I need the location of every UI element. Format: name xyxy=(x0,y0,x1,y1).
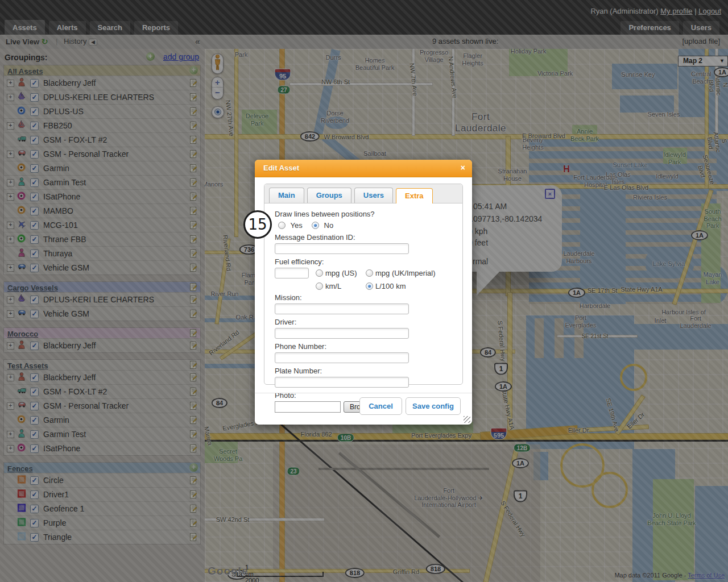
asset-visibility-checkbox[interactable]: ✓ xyxy=(30,342,39,350)
asset-edit-icon[interactable] xyxy=(189,401,198,413)
expand-icon[interactable]: + xyxy=(7,310,14,318)
expand-icon[interactable]: + xyxy=(7,94,14,101)
tab-alerts[interactable]: Alerts xyxy=(49,21,86,35)
expand-icon[interactable]: + xyxy=(7,122,14,130)
asset-visibility-checkbox[interactable]: ✓ xyxy=(30,178,39,187)
asset-row[interactable]: ✓Circle xyxy=(4,473,200,487)
asset-row[interactable]: +✓FBB250 xyxy=(4,118,200,132)
asset-row[interactable]: +✓Garmin Test xyxy=(4,175,200,189)
asset-visibility-checkbox[interactable]: ✓ xyxy=(30,402,39,410)
asset-edit-icon[interactable] xyxy=(189,149,198,161)
asset-row[interactable]: +✓MCG-101 xyxy=(4,218,200,232)
fuel-kml-radio[interactable] xyxy=(316,282,323,290)
fuel-mpg-uk-radio[interactable] xyxy=(366,269,373,277)
asset-edit-icon[interactable] xyxy=(189,490,198,501)
dialog-tab-extra[interactable]: Extra xyxy=(396,188,433,203)
expand-icon[interactable]: + xyxy=(7,342,14,350)
asset-visibility-checkbox[interactable]: ✓ xyxy=(30,519,39,527)
draw-lines-yes-radio[interactable] xyxy=(278,222,286,229)
asset-edit-icon[interactable] xyxy=(189,206,198,218)
asset-edit-icon[interactable] xyxy=(189,476,198,487)
asset-edit-icon[interactable] xyxy=(189,373,198,384)
asset-visibility-checkbox[interactable]: ✓ xyxy=(30,476,39,485)
asset-edit-icon[interactable] xyxy=(189,93,198,104)
tab-search[interactable]: Search xyxy=(90,21,130,35)
asset-visibility-checkbox[interactable]: ✓ xyxy=(30,533,39,542)
asset-edit-icon[interactable] xyxy=(189,504,198,516)
asset-visibility-checkbox[interactable]: ✓ xyxy=(30,388,39,396)
asset-edit-icon[interactable] xyxy=(189,135,198,147)
asset-row[interactable]: ✓MAMBO xyxy=(4,203,200,218)
dialog-header[interactable]: Edit Asset × xyxy=(255,160,472,177)
asset-edit-icon[interactable] xyxy=(189,178,198,189)
asset-row[interactable]: +✓GSM - Personal Tracker xyxy=(4,398,200,413)
refresh-icon[interactable]: ↻ xyxy=(42,37,48,46)
asset-visibility-checkbox[interactable]: ✓ xyxy=(30,164,39,173)
expand-icon[interactable]: + xyxy=(7,80,14,87)
asset-row[interactable]: ✓Driver1 xyxy=(4,487,200,501)
asset-edit-icon[interactable] xyxy=(189,121,198,132)
asset-edit-icon[interactable] xyxy=(189,415,198,427)
asset-row[interactable]: +✓Vehicle GSM xyxy=(4,260,200,275)
asset-row[interactable]: +✓Blackberry Jeff xyxy=(4,370,200,384)
group-title[interactable]: Morocco xyxy=(7,330,38,338)
expand-icon[interactable]: + xyxy=(7,222,14,229)
fuel-mpg-us-radio[interactable] xyxy=(316,269,323,277)
map-zoom-control[interactable]: + − xyxy=(212,77,224,99)
asset-row[interactable]: ✓Geofence 1 xyxy=(4,501,200,516)
asset-row[interactable]: ✓Garmin xyxy=(4,161,200,175)
asset-row[interactable]: +✓Vehicle GSM xyxy=(4,306,200,321)
expand-icon[interactable]: + xyxy=(7,236,14,243)
expand-icon[interactable]: + xyxy=(7,193,14,201)
asset-row[interactable]: +✓Garmin Test xyxy=(4,427,200,441)
asset-visibility-checkbox[interactable]: ✓ xyxy=(30,221,39,230)
asset-visibility-checkbox[interactable]: ✓ xyxy=(30,107,39,116)
dialog-resize-handle[interactable] xyxy=(464,416,470,423)
asset-edit-icon[interactable] xyxy=(189,221,198,232)
asset-edit-icon[interactable] xyxy=(189,518,198,530)
group-title[interactable]: All Assets xyxy=(7,67,43,76)
asset-visibility-checkbox[interactable]: ✓ xyxy=(30,264,39,272)
my-profile-link[interactable]: My profile xyxy=(660,7,692,15)
asset-row[interactable]: ✓Thuraya xyxy=(4,246,200,260)
bubble-close-icon[interactable]: × xyxy=(545,189,555,199)
tab-preferences[interactable]: Preferences xyxy=(621,21,679,35)
group-add-icon[interactable]: + xyxy=(189,463,198,472)
asset-row[interactable]: +✓Thrane FBB xyxy=(4,232,200,246)
asset-visibility-checkbox[interactable]: ✓ xyxy=(30,93,39,102)
save-config-button[interactable]: Save config xyxy=(406,397,461,415)
draw-lines-no-radio[interactable] xyxy=(312,222,319,229)
map-type-selector[interactable]: Map 2 ▼ xyxy=(678,56,728,66)
fuel-l100-radio[interactable] xyxy=(366,282,373,290)
asset-row[interactable]: +✓Blackberry Jeff xyxy=(4,76,200,90)
asset-edit-icon[interactable] xyxy=(189,430,198,441)
expand-icon[interactable]: + xyxy=(7,374,14,381)
asset-row[interactable]: ✓GSM - FOX-LT #2 xyxy=(4,132,200,147)
asset-row[interactable]: ✓GSM - FOX-LT #2 xyxy=(4,384,200,398)
sidebar-collapse-button[interactable]: « xyxy=(195,36,200,46)
asset-visibility-checkbox[interactable]: ✓ xyxy=(30,150,39,159)
expand-icon[interactable]: + xyxy=(7,264,14,272)
group-title[interactable]: Fences xyxy=(7,464,33,473)
asset-visibility-checkbox[interactable]: ✓ xyxy=(30,122,39,130)
tab-assets[interactable]: Assets xyxy=(5,20,45,35)
mission-input[interactable] xyxy=(275,304,409,314)
message-dest-input[interactable] xyxy=(275,243,409,254)
asset-visibility-checkbox[interactable]: ✓ xyxy=(30,296,39,304)
asset-row[interactable]: +✓ISatPhone xyxy=(4,441,200,455)
expand-icon[interactable]: + xyxy=(7,296,14,304)
phone-number-input[interactable] xyxy=(275,352,409,363)
asset-visibility-checkbox[interactable]: ✓ xyxy=(30,505,39,513)
asset-visibility-checkbox[interactable]: ✓ xyxy=(30,490,39,499)
asset-edit-icon[interactable] xyxy=(189,533,198,544)
asset-edit-icon[interactable] xyxy=(189,309,198,321)
logout-link[interactable]: Logout xyxy=(698,7,721,15)
dialog-close-icon[interactable]: × xyxy=(461,163,465,172)
asset-visibility-checkbox[interactable]: ✓ xyxy=(30,193,39,201)
expand-icon[interactable]: + xyxy=(7,402,14,410)
group-title[interactable]: Cargo Vessels xyxy=(7,284,58,292)
asset-row[interactable]: ✓Triangle xyxy=(4,530,200,544)
map-eye-button[interactable] xyxy=(212,106,224,118)
add-group-icon[interactable]: + xyxy=(146,52,155,61)
fuel-value-input[interactable] xyxy=(275,268,309,278)
